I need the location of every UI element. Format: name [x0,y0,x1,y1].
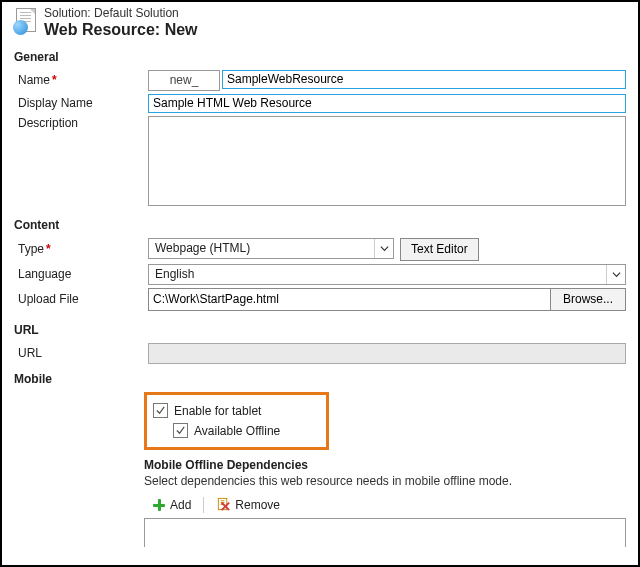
url-field [148,343,626,364]
page-title: Web Resource: New [44,20,198,39]
name-prefix: new_ [148,70,220,91]
mobile-highlight: Enable for tablet Available Offline [144,392,329,450]
section-mobile: Mobile [14,372,626,386]
description-input[interactable] [148,116,626,206]
name-input[interactable] [222,70,626,89]
checkbox-icon [153,403,168,418]
remove-icon [216,497,231,512]
name-label: Name* [14,73,148,87]
checkbox-icon [173,423,188,438]
enable-tablet-checkbox[interactable]: Enable for tablet [153,401,316,421]
available-offline-checkbox[interactable]: Available Offline [153,421,316,441]
add-button[interactable]: Add [148,498,195,512]
description-label: Description [14,116,148,130]
chevron-down-icon [606,265,625,284]
web-resource-icon [14,8,38,34]
dependencies-list[interactable] [144,518,626,547]
upload-file-label: Upload File [14,292,148,306]
display-name-label: Display Name [14,96,148,110]
mobile-offline-dependencies-header: Mobile Offline Dependencies [144,458,626,472]
section-general: General [14,50,626,64]
page-header: Solution: Default Solution Web Resource:… [14,8,626,46]
upload-file-input[interactable] [149,289,551,310]
display-name-input[interactable] [148,94,626,113]
plus-icon [152,498,166,512]
language-select[interactable]: English [148,264,626,285]
section-content: Content [14,218,626,232]
remove-button[interactable]: Remove [212,497,284,512]
mobile-offline-dependencies-desc: Select dependencies this web resource ne… [144,474,626,488]
solution-breadcrumb: Solution: Default Solution [44,6,198,20]
browse-button[interactable]: Browse... [551,289,625,310]
language-label: Language [14,267,148,281]
dependencies-toolbar: Add Remove [144,494,626,518]
type-select[interactable]: Webpage (HTML) [148,238,394,259]
chevron-down-icon [374,239,393,258]
type-label: Type* [14,242,148,256]
text-editor-button[interactable]: Text Editor [400,238,479,261]
url-label: URL [14,346,148,360]
section-url: URL [14,323,626,337]
